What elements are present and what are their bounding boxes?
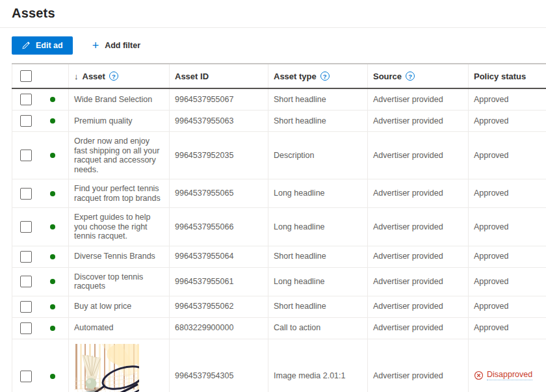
row-checkbox[interactable]	[20, 276, 32, 287]
asset-type: Short headline	[274, 116, 326, 125]
source: Advertiser provided	[373, 323, 443, 332]
asset-id: 9964537954305	[175, 371, 233, 380]
source: Advertiser provided	[373, 302, 443, 311]
table-row: Wide Brand Selection	[12, 88, 546, 111]
pencil-icon	[21, 41, 31, 50]
asset-type: Short headline	[274, 252, 326, 261]
asset-type-help-icon[interactable]: ?	[320, 72, 330, 81]
toolbar: Edit ad + Add filter	[12, 36, 534, 55]
policy-status-badge: Approved	[474, 222, 509, 232]
row-checkbox[interactable]	[20, 301, 32, 313]
status-enabled-dot	[50, 97, 55, 102]
source: Advertiser provided	[373, 277, 443, 286]
asset-type: Description	[274, 151, 315, 160]
status-enabled-dot	[50, 304, 55, 309]
asset-text: Automated	[74, 323, 113, 332]
asset-text: Find your perfect tennis racquet from to…	[74, 184, 161, 203]
asset-text: Buy at low price	[74, 302, 131, 311]
sort-descending-icon: ↓	[74, 72, 79, 81]
asset-type: Long headline	[274, 189, 325, 198]
table-row: Buy at low price	[12, 296, 546, 317]
status-enabled-dot	[50, 224, 55, 229]
column-header-source[interactable]: Source ?	[368, 64, 469, 88]
status-enabled-dot	[50, 374, 55, 379]
table-row: Order now and enjoy fast shipping on all…	[12, 132, 546, 179]
status-enabled-dot	[50, 191, 55, 196]
status-enabled-dot	[50, 326, 55, 331]
policy-status-badge: Approved	[474, 277, 509, 287]
asset-id: 9964537952035	[175, 151, 233, 160]
policy-status-text: Approved	[474, 189, 509, 198]
asset-type: Call to action	[274, 323, 320, 332]
status-enabled-dot	[50, 254, 55, 259]
asset-id: 9964537955064	[175, 252, 233, 261]
asset-id: 9964537955063	[175, 116, 233, 125]
column-header-policy-status[interactable]: Policy status	[469, 64, 546, 88]
asset-text: Premium quality	[74, 116, 133, 125]
table-row: Find your perfect tennis racquet from to…	[12, 179, 546, 208]
policy-status-text: Approved	[474, 323, 509, 333]
asset-id: 9964537955061	[175, 277, 233, 286]
policy-status-text: Approved	[474, 116, 509, 126]
row-checkbox[interactable]	[20, 150, 32, 161]
asset-id: 9964537955062	[175, 302, 233, 311]
source: Advertiser provided	[373, 222, 443, 231]
status-column-header	[38, 64, 69, 88]
page-title: Assets	[12, 6, 55, 20]
asset-id: 6803229900000	[175, 323, 233, 332]
asset-id: 9964537955067	[175, 95, 233, 104]
table-row: Discover top tennis racquets	[12, 267, 546, 296]
status-enabled-dot	[50, 279, 55, 284]
plus-icon: +	[92, 40, 99, 51]
asset-id: 9964537955065	[175, 189, 233, 198]
asset-type: Short headline	[274, 302, 326, 311]
asset-type: Short headline	[274, 95, 326, 104]
page-header: Assets	[0, 0, 546, 28]
add-filter-label: Add filter	[105, 41, 140, 50]
asset-id: 9964537955066	[175, 222, 233, 231]
column-header-asset[interactable]: ↓ Asset ?	[69, 64, 170, 88]
add-filter-button[interactable]: + Add filter	[92, 40, 140, 51]
asset-text: Order now and enjoy fast shipping on all…	[74, 137, 159, 174]
assets-table: ↓ Asset ? Asset ID Asset type ? Source ?	[12, 63, 546, 392]
policy-status-text: Approved	[474, 95, 509, 105]
row-checkbox[interactable]	[20, 322, 32, 334]
policy-status-badge: Approved	[474, 252, 509, 261]
table-row: 9964537954305 Image media 2.01:1 Adverti…	[12, 339, 546, 392]
asset-type: Image media 2.01:1	[274, 371, 346, 380]
source: Advertiser provided	[373, 116, 443, 125]
column-header-asset-type[interactable]: Asset type ?	[268, 64, 368, 88]
status-enabled-dot	[50, 118, 55, 124]
asset-text: Discover top tennis racquets	[74, 272, 143, 291]
asset-text: Expert guides to help you choose the rig…	[74, 213, 150, 241]
row-checkbox[interactable]	[20, 188, 32, 200]
row-checkbox[interactable]	[20, 221, 32, 233]
select-all-checkbox[interactable]	[20, 70, 32, 82]
source: Advertiser provided	[373, 252, 443, 261]
table-row: Expert guides to help you choose the rig…	[12, 208, 546, 246]
asset-text: Diverse Tennis Brands	[74, 252, 155, 261]
policy-status-text: Approved	[474, 222, 509, 232]
source: Advertiser provided	[373, 95, 443, 104]
asset-type: Long headline	[274, 222, 325, 231]
policy-status-badge[interactable]: Disapproved	[474, 370, 532, 381]
row-checkbox[interactable]	[20, 94, 32, 105]
asset-help-icon[interactable]: ?	[109, 72, 118, 81]
row-checkbox[interactable]	[20, 371, 32, 382]
assets-table-body: Wide Brand Selection	[12, 88, 546, 392]
disapproved-circle-x-icon	[474, 371, 484, 380]
source: Advertiser provided	[373, 189, 443, 198]
policy-status-badge: Approved	[474, 189, 509, 198]
row-checkbox[interactable]	[20, 251, 32, 263]
policy-status-text: Disapproved	[487, 370, 532, 381]
edit-ad-button[interactable]: Edit ad	[12, 36, 73, 55]
policy-status-badge: Approved	[474, 116, 509, 126]
column-header-asset-id[interactable]: Asset ID	[170, 64, 268, 88]
row-checkbox[interactable]	[20, 115, 32, 127]
policy-status-text: Approved	[474, 252, 509, 261]
status-enabled-dot	[50, 153, 55, 158]
asset-type: Long headline	[274, 277, 325, 286]
policy-status-text: Approved	[474, 151, 509, 161]
table-row: Premium quality	[12, 111, 546, 132]
source-help-icon[interactable]: ?	[406, 72, 415, 81]
